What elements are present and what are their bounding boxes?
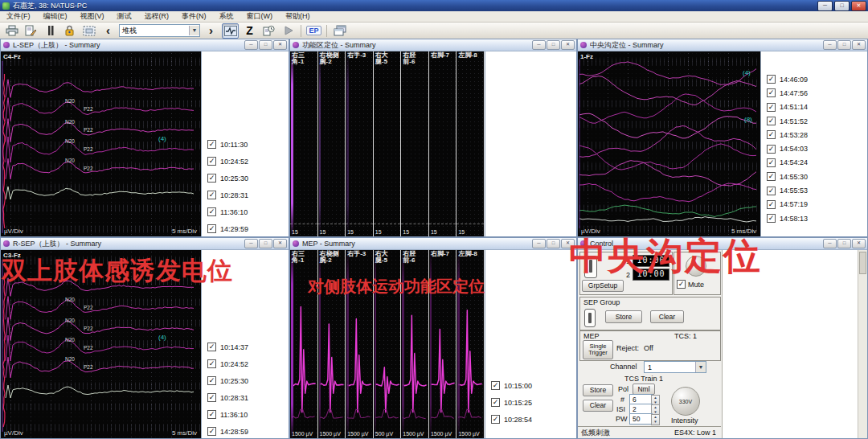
grpsetup-button[interactable]: GrpSetup: [582, 280, 624, 292]
trace-checkbox[interactable]: ✓: [491, 415, 500, 424]
menu-item-9[interactable]: 帮助(H): [279, 11, 317, 22]
trace-checkbox[interactable]: ✓: [491, 398, 500, 407]
trace-checkbox[interactable]: ✓: [207, 191, 216, 199]
pw-spinner[interactable]: 50▲▼: [629, 413, 653, 425]
restore-button[interactable]: □: [259, 40, 272, 50]
menu-item-2[interactable]: 编辑(E): [37, 11, 74, 22]
central-titlebar[interactable]: 中央沟定位 - Summary ─□✕: [578, 39, 867, 51]
trace-checkbox[interactable]: ✓: [207, 427, 216, 436]
sep-clear-button[interactable]: Clear: [650, 310, 684, 323]
print-button[interactable]: [3, 23, 20, 39]
trace-checkbox[interactable]: ✓: [207, 410, 216, 419]
close-button[interactable]: ✕: [561, 40, 575, 50]
pol-button[interactable]: Nml: [633, 384, 655, 395]
restore-button[interactable]: □: [547, 40, 560, 50]
ep-mode-button[interactable]: EP: [305, 23, 322, 39]
trace-checkbox[interactable]: ✓: [207, 343, 216, 351]
menu-item-1[interactable]: 文件(F): [0, 11, 37, 22]
trace-checkbox[interactable]: ✓: [767, 187, 776, 195]
screen-layout-button[interactable]: [80, 23, 97, 39]
average-count-label: (4): [158, 334, 166, 341]
trace-checkbox[interactable]: ✓: [767, 103, 776, 112]
mep-titlebar[interactable]: MEP - Summary ─□✕: [290, 238, 576, 250]
cascade-windows-button[interactable]: [331, 23, 348, 39]
menu-item-5[interactable]: 远程(R): [138, 11, 176, 22]
z-scale-button[interactable]: Z: [241, 23, 258, 39]
main-titlebar[interactable]: 石惠芝, 38: NATUS-PC ─ □ ✕: [0, 0, 868, 11]
trace-checkbox[interactable]: ✓: [207, 393, 216, 402]
report-button[interactable]: [23, 23, 39, 39]
menu-item-4[interactable]: 测试: [111, 11, 138, 22]
control-scrollbar[interactable]: [858, 250, 867, 438]
trace-checkbox[interactable]: ✓: [207, 157, 216, 166]
previous-button[interactable]: ‹: [100, 23, 117, 39]
intensity-knob[interactable]: 330V: [671, 387, 700, 416]
single-trigger-button[interactable]: Single Trigger: [583, 340, 613, 359]
restore-button[interactable]: □: [837, 40, 851, 50]
impedance-button[interactable]: [42, 23, 59, 39]
close-button[interactable]: ✕: [273, 40, 287, 50]
scrollbar-thumb[interactable]: [859, 252, 866, 274]
minimize-button[interactable]: ─: [532, 239, 546, 248]
tcs-store-button[interactable]: Store: [583, 384, 613, 396]
column-header: 右三角-1: [290, 250, 317, 265]
timestamp-label: 14:47:56: [780, 89, 808, 97]
tcs-clear-button[interactable]: Clear: [583, 400, 613, 412]
restore-button[interactable]: □: [837, 239, 851, 248]
minimize-button[interactable]: ─: [244, 239, 258, 248]
menu-item-6[interactable]: 事件(N): [175, 11, 213, 22]
minimize-button[interactable]: ─: [817, 1, 833, 11]
trace-checkbox[interactable]: ✓: [767, 117, 776, 125]
channel-value: 1: [648, 363, 652, 371]
maximize-button[interactable]: □: [834, 1, 850, 11]
column-header: 右三角-1: [290, 51, 317, 67]
trace-checkbox[interactable]: ✓: [767, 145, 776, 154]
trace-checkbox[interactable]: ✓: [207, 224, 216, 233]
spinner-arrows-icon[interactable]: ▲▼: [651, 414, 660, 425]
montage-select[interactable]: 堆栈 ▼: [119, 24, 200, 37]
trace-checkbox[interactable]: ✓: [767, 158, 776, 167]
menu-item-3[interactable]: 视图(V): [74, 11, 111, 22]
menu-item-8[interactable]: 窗口(W): [240, 11, 280, 22]
intensity-value: 330V: [679, 399, 692, 404]
restore-button[interactable]: □: [547, 239, 560, 248]
trace-checkbox[interactable]: ✓: [767, 172, 776, 181]
trace-checkbox[interactable]: ✓: [207, 376, 216, 385]
lock-button[interactable]: [61, 23, 78, 39]
timestamp-label: 14:46:09: [780, 76, 808, 84]
sep-store-button[interactable]: Store: [605, 310, 642, 323]
n20-marker-label: N20: [65, 119, 75, 125]
minimize-button[interactable]: ─: [244, 40, 258, 50]
amplitude-scale-label: 1500 µV: [320, 431, 341, 437]
minimize-button[interactable]: ─: [823, 40, 837, 50]
channel-select[interactable]: 1 ▼: [644, 361, 706, 373]
trace-checkbox[interactable]: ✓: [207, 359, 216, 368]
close-button[interactable]: ✕: [852, 239, 866, 248]
waveform-view-button[interactable]: [222, 23, 239, 39]
next-button[interactable]: ›: [203, 23, 219, 39]
trace-checkbox[interactable]: ✓: [767, 130, 776, 139]
close-button[interactable]: ✕: [852, 40, 866, 50]
p22-marker-label: P22: [84, 364, 93, 370]
rsep-titlebar[interactable]: R-SEP（上肢） - Summary ─□✕: [1, 238, 289, 250]
trace-checkbox[interactable]: ✓: [207, 140, 216, 149]
average-count-label: (8): [744, 116, 752, 123]
trace-checkbox[interactable]: ✓: [767, 75, 776, 84]
minimize-button[interactable]: ─: [823, 239, 837, 248]
restore-button[interactable]: □: [259, 239, 272, 248]
pw-label: PW: [616, 415, 628, 423]
trace-checkbox[interactable]: ✓: [767, 88, 776, 97]
trace-checkbox[interactable]: ✓: [207, 174, 216, 183]
menu-item-7[interactable]: 系统: [213, 11, 240, 22]
trace-checkbox[interactable]: ✓: [767, 200, 776, 209]
trace-checkbox[interactable]: ✓: [491, 381, 500, 390]
trace-checkbox[interactable]: ✓: [767, 214, 776, 223]
events-log-button[interactable]: [260, 23, 277, 39]
run-button[interactable]: [280, 23, 297, 39]
close-button[interactable]: ✕: [851, 1, 866, 11]
func-titlebar[interactable]: 功能区定位 - Summary ─□✕: [290, 39, 576, 51]
minimize-button[interactable]: ─: [532, 40, 546, 50]
lsep-titlebar[interactable]: L-SEP（上肢） - Summary ─□✕: [1, 39, 289, 51]
close-button[interactable]: ✕: [273, 239, 287, 248]
trace-checkbox[interactable]: ✓: [207, 207, 216, 216]
